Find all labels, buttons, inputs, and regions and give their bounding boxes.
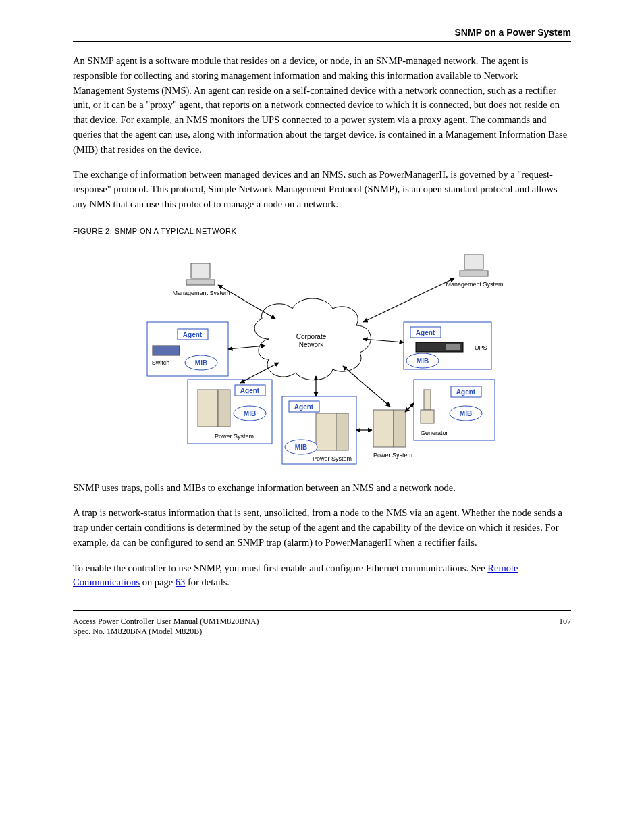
paragraph-1: An SNMP agent is a software module that … bbox=[73, 54, 571, 157]
svg-text:Power System: Power System bbox=[313, 455, 352, 462]
cloud-label-line2: Network bbox=[299, 341, 325, 348]
svg-rect-44 bbox=[421, 410, 434, 423]
footer-page-number: 107 bbox=[559, 617, 571, 637]
svg-text:Generator: Generator bbox=[421, 429, 448, 436]
svg-text:MIB: MIB bbox=[295, 444, 307, 451]
svg-text:Power System: Power System bbox=[373, 452, 412, 459]
mgmt-system-right: Management System bbox=[446, 255, 503, 288]
para4-mid: on page bbox=[140, 577, 176, 588]
svg-text:Agent: Agent bbox=[294, 403, 314, 411]
paragraph-3b: A trap is network-status information tha… bbox=[73, 506, 571, 550]
arrow-mgmt-left bbox=[218, 285, 275, 319]
power-system-left: Agent MIB Power System bbox=[188, 380, 272, 444]
svg-text:Power System: Power System bbox=[215, 433, 254, 440]
svg-rect-32 bbox=[316, 413, 336, 450]
svg-rect-25 bbox=[218, 390, 230, 427]
svg-rect-43 bbox=[424, 390, 431, 410]
svg-text:Agent: Agent bbox=[456, 388, 476, 396]
svg-text:MIB: MIB bbox=[244, 410, 256, 417]
svg-text:Switch: Switch bbox=[152, 359, 170, 366]
svg-rect-17 bbox=[446, 344, 460, 350]
para4-prefix: To enable the controller to use SNMP, yo… bbox=[73, 563, 487, 573]
svg-rect-33 bbox=[336, 413, 348, 450]
arrow-mgmt-right bbox=[363, 278, 454, 322]
para4-suffix: for details. bbox=[185, 577, 230, 588]
generator-node: Agent Generator MIB bbox=[414, 380, 495, 440]
svg-rect-24 bbox=[198, 390, 218, 427]
figure-label: FIGURE 2: SNMP ON A TYPICAL NETWORK bbox=[73, 227, 571, 235]
footer-spec: Spec. No. 1M820BNA (Model M820B) bbox=[73, 627, 259, 637]
page-ref-link[interactable]: 63 bbox=[176, 577, 186, 588]
svg-text:MIB: MIB bbox=[460, 410, 472, 417]
footer: Access Power Controller User Manual (UM1… bbox=[73, 617, 571, 637]
footer-divider bbox=[73, 610, 571, 611]
mgmt-system-left: Management System bbox=[172, 263, 230, 296]
svg-rect-38 bbox=[394, 410, 406, 447]
network-diagram: Corporate Network Management System Mana… bbox=[140, 244, 518, 481]
svg-rect-9 bbox=[153, 346, 180, 355]
header-divider bbox=[73, 41, 571, 42]
arrow-gen-link bbox=[405, 403, 414, 412]
svg-rect-3 bbox=[464, 255, 483, 269]
arrow-cloud-ps-right bbox=[343, 366, 390, 407]
svg-rect-1 bbox=[186, 280, 215, 285]
footer-doc-title: Access Power Controller User Manual (UM1… bbox=[73, 617, 259, 627]
page-header: SNMP on a Power System bbox=[73, 27, 571, 41]
svg-text:Agent: Agent bbox=[183, 331, 203, 338]
svg-text:Management System: Management System bbox=[446, 281, 503, 288]
cloud-label-line1: Corporate bbox=[296, 333, 327, 340]
svg-text:UPS: UPS bbox=[475, 344, 487, 351]
power-system-right: Power System bbox=[373, 410, 412, 459]
paragraph-3a: SNMP uses traps, polls and MIBs to excha… bbox=[73, 481, 571, 496]
svg-text:MIB: MIB bbox=[417, 357, 429, 365]
svg-text:Agent: Agent bbox=[416, 329, 435, 336]
svg-text:MIB: MIB bbox=[195, 359, 207, 367]
power-system-center: Agent MIB Power System bbox=[282, 396, 356, 464]
svg-rect-0 bbox=[191, 263, 210, 278]
paragraph-2: The exchange of information between mana… bbox=[73, 167, 571, 211]
svg-text:Management System: Management System bbox=[172, 290, 230, 296]
paragraph-4: To enable the controller to use SNMP, yo… bbox=[73, 561, 571, 591]
svg-rect-4 bbox=[460, 271, 488, 276]
ups-node: Agent UPS MIB bbox=[404, 322, 491, 369]
svg-text:Agent: Agent bbox=[240, 387, 260, 394]
switch-node: Agent Switch MIB bbox=[147, 322, 228, 376]
svg-rect-37 bbox=[373, 410, 394, 447]
